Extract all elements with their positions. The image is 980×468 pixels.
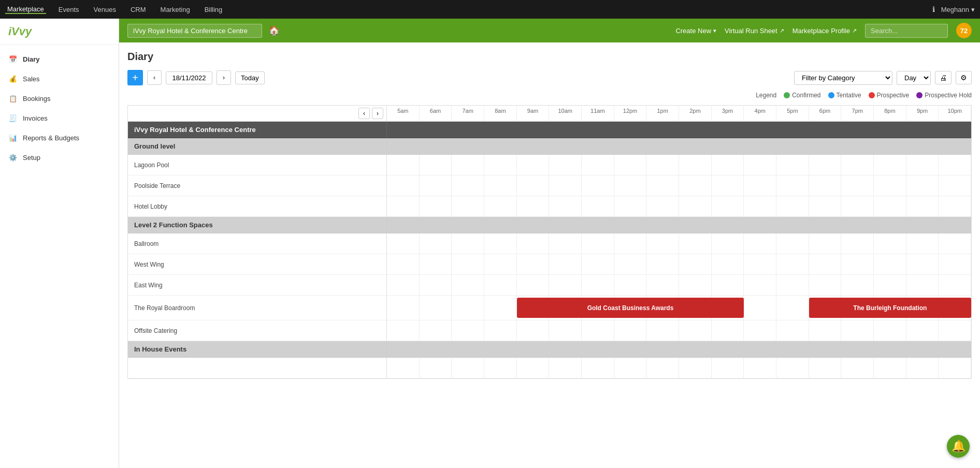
sidebar-item-invoices[interactable]: 🧾 Invoices [0,108,119,128]
sidebar: iVvy 📅 Diary 💰 Sales 📋 Bookings 🧾 Invoic… [0,19,119,468]
today-button[interactable]: Today [235,71,265,84]
venue-selector[interactable]: iVvy Royal Hotel & Conference Centre [127,24,262,38]
bookings-icon: 📋 [8,94,18,103]
time-10am: 10am [549,106,582,121]
royal-boardroom-cells: Gold Coast Business AwardsThe Burleigh F… [387,296,971,320]
nav-marketing[interactable]: Marketing [158,6,192,13]
add-event-button[interactable]: + [127,70,143,85]
event-bar[interactable]: Gold Coast Business Awards [517,298,744,318]
room-label-hotel-lobby: Hotel Lobby [128,196,387,216]
room-cells-lagoon-pool [387,155,971,175]
bell-button[interactable]: 🔔 [947,435,970,458]
logo: iVvy [0,19,119,45]
room-label-inhouse-1 [128,358,387,378]
section-level2-label: Level 2 Function Spaces [128,217,387,233]
nav-marketplace[interactable]: Marketplace [5,5,46,14]
diary-icon: 📅 [8,54,18,64]
time-5am: 5am [387,106,420,121]
room-label-ballroom: Ballroom [128,233,387,254]
section-in-house-label: In House Events [128,341,387,357]
scroll-right-button[interactable]: › [372,108,383,119]
tentative-dot [828,92,834,98]
search-input[interactable] [865,24,948,38]
green-header: iVvy Royal Hotel & Conference Centre 🏠 C… [119,19,980,42]
room-label-lagoon-pool: Lagoon Pool [128,155,387,175]
room-row-west-wing: West Wing [128,254,971,275]
room-row-royal-boardroom: The Royal Boardroom Gold Coast Business … [128,296,971,320]
section-level2: Level 2 Function Spaces [128,217,971,233]
time-6am: 6am [420,106,452,121]
sidebar-item-diary[interactable]: 📅 Diary [0,49,119,69]
invoices-icon: 🧾 [8,113,18,123]
sales-icon: 💰 [8,74,18,83]
confirmed-dot [784,92,790,98]
top-navigation: Marketplace Events Venues CRM Marketing … [0,0,980,19]
diary-toolbar: + ‹ 18/11/2022 › Today Filter by Categor… [127,70,972,85]
page-content: Diary + ‹ 18/11/2022 › Today Filter by C… [119,42,980,468]
info-icon: ℹ [932,5,935,13]
nav-events[interactable]: Events [56,6,81,13]
sidebar-item-bookings[interactable]: 📋 Bookings [0,89,119,108]
nav-crm[interactable]: CRM [128,6,148,13]
user-menu[interactable]: Meghann ▾ [941,6,975,13]
logo-text: iVvy [8,25,32,38]
next-date-button[interactable]: › [217,70,231,85]
sidebar-item-setup[interactable]: ⚙️ Setup [0,148,119,167]
filter-by-category[interactable]: Filter by Category [794,71,892,85]
room-cells-poolside-terrace [387,176,971,196]
settings-button[interactable]: ⚙ [956,71,972,84]
venue-header-cells [387,122,971,138]
event-bar[interactable]: The Burleigh Foundation [809,298,971,318]
time-9am: 9am [517,106,550,121]
sidebar-item-reports[interactable]: 📊 Reports & Budgets [0,128,119,148]
setup-icon: ⚙️ [8,153,18,162]
nav-billing[interactable]: Billing [203,6,225,13]
time-7pm: 7pm [841,106,874,121]
time-2pm: 2pm [679,106,712,121]
room-label-poolside-terrace: Poolside Terrace [128,176,387,196]
time-11am: 11am [582,106,614,121]
legend-bar: Legend Confirmed Tentative Prospective P… [127,92,972,99]
legend-label: Legend [756,92,776,99]
reports-icon: 📊 [8,133,18,142]
time-5pm: 5pm [776,106,809,121]
create-new-button[interactable]: Create New ▾ [675,27,716,35]
virtual-run-sheet-button[interactable]: Virtual Run Sheet ↗ [725,27,784,35]
venue-header-row: iVvy Royal Hotel & Conference Centre [128,122,971,138]
sidebar-menu: 📅 Diary 💰 Sales 📋 Bookings 🧾 Invoices 📊 … [0,45,119,171]
legend-tentative: Tentative [828,92,861,99]
time-8pm: 8pm [874,106,906,121]
time-12pm: 12pm [614,106,647,121]
room-label-east-wing: East Wing [128,275,387,295]
date-display: 18/11/2022 [166,71,212,84]
time-6pm: 6pm [809,106,842,121]
room-row-hotel-lobby: Hotel Lobby [128,196,971,217]
legend-prospective: Prospective [869,92,910,99]
sidebar-item-sales[interactable]: 💰 Sales [0,69,119,89]
section-ground-level: Ground level [128,138,971,155]
marketplace-profile-button[interactable]: Marketplace Profile ↗ [792,27,857,35]
print-button[interactable]: 🖨 [935,71,952,84]
header-actions: Create New ▾ Virtual Run Sheet ↗ Marketp… [675,23,972,38]
time-4pm: 4pm [744,106,776,121]
home-button[interactable]: 🏠 [268,25,280,36]
time-8am: 8am [484,106,517,121]
room-label-offsite-catering: Offsite Catering [128,320,387,341]
section-in-house: In House Events [128,341,971,358]
room-label-west-wing: West Wing [128,254,387,274]
time-10pm: 10pm [939,106,971,121]
notification-badge[interactable]: 72 [956,23,972,38]
prospective-hold-dot [916,92,923,98]
room-cells-hotel-lobby [387,196,971,216]
scroll-left-button[interactable]: ‹ [358,108,370,119]
room-row-poolside-terrace: Poolside Terrace [128,176,971,196]
time-3pm: 3pm [712,106,744,121]
view-selector[interactable]: Day [897,71,931,85]
prev-date-button[interactable]: ‹ [147,70,162,85]
nav-venues[interactable]: Venues [92,6,118,13]
room-row-ballroom: Ballroom [128,233,971,254]
venue-header-label: iVvy Royal Hotel & Conference Centre [128,122,387,138]
page-title: Diary [127,51,972,63]
room-row-inhouse-1 [128,358,971,378]
content-area: iVvy Royal Hotel & Conference Centre 🏠 C… [119,19,980,468]
